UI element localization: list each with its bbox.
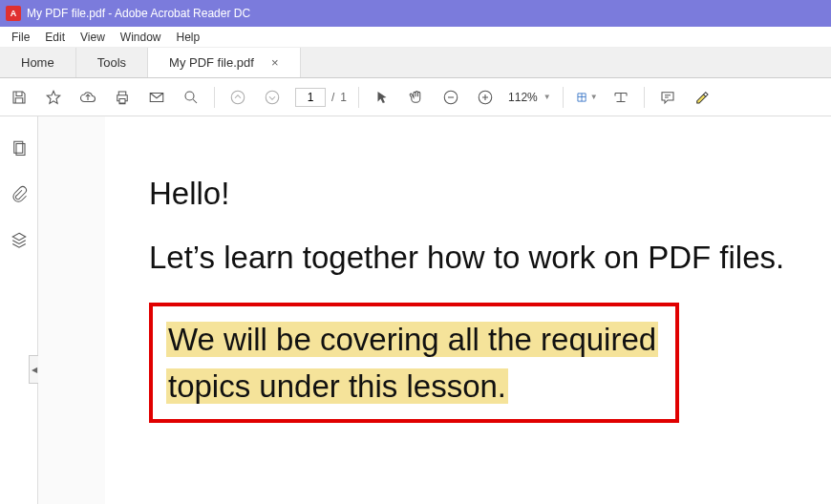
tab-tools-label: Tools [97,55,126,70]
select-tool-icon[interactable] [371,86,394,109]
separator [214,87,215,108]
print-icon[interactable] [111,86,134,109]
tab-document-label: My PDF file.pdf [169,55,254,70]
menu-window[interactable]: Window [113,29,169,46]
comment-icon[interactable] [656,86,679,109]
page-indicator: / 1 [295,88,347,107]
fit-width-icon[interactable]: ▼ [575,86,598,109]
highlight-icon[interactable] [691,86,714,109]
menu-view[interactable]: View [73,29,113,46]
tab-home[interactable]: Home [0,48,76,77]
close-icon[interactable]: × [271,55,279,70]
tab-bar: Home Tools My PDF file.pdf × [0,48,831,78]
separator [358,87,359,108]
page-down-icon[interactable] [261,86,284,109]
highlighted-text: We will be covering all the required [166,322,658,357]
thumbnails-icon[interactable] [11,139,28,160]
tab-tools[interactable]: Tools [76,48,148,77]
separator [563,87,564,108]
page-sep: / [331,91,334,104]
chevron-down-icon: ▼ [590,93,598,101]
title-bar: A My PDF file.pdf - Adobe Acrobat Reader… [0,0,831,27]
search-icon[interactable] [180,86,202,109]
menu-file[interactable]: File [4,29,37,46]
chevron-down-icon: ▼ [543,93,551,101]
page-total: 1 [340,91,347,104]
zoom-in-icon[interactable] [474,86,497,109]
hand-tool-icon[interactable] [405,86,428,109]
zoom-dropdown[interactable]: 112% ▼ [508,91,551,104]
page-up-icon[interactable] [226,86,249,109]
pdf-page: Hello! Let’s learn together how to work … [105,116,831,504]
annotation-box: We will be covering all the required top… [149,303,679,424]
zoom-value: 112% [508,91,538,104]
menu-edit[interactable]: Edit [37,29,73,46]
workspace: ◀ Hello! Let’s learn together how to wor… [0,116,831,504]
layers-icon[interactable] [11,231,28,252]
attachments-icon[interactable] [11,185,28,206]
document-area[interactable]: Hello! Let’s learn together how to work … [38,116,831,504]
svg-point-0 [185,92,194,100]
read-mode-icon[interactable] [609,86,632,109]
separator [644,87,645,108]
text-line-2: Let’s learn together how to work on PDF … [149,238,793,277]
svg-point-2 [266,91,279,104]
text-line-4: topics under this lesson. [166,367,658,406]
app-icon: A [6,6,21,21]
left-panel: ◀ [0,116,38,504]
highlighted-text: topics under this lesson. [166,368,508,404]
text-line-3: We will be covering all the required [166,320,658,359]
svg-point-1 [231,91,245,104]
tab-home-label: Home [21,55,54,70]
save-icon[interactable] [8,86,31,109]
text-line-1: Hello! [149,174,793,213]
tab-document[interactable]: My PDF file.pdf × [148,48,300,77]
zoom-out-icon[interactable] [439,86,462,109]
mail-icon[interactable] [145,86,168,109]
menu-help[interactable]: Help [169,29,208,46]
toolbar: / 1 112% ▼ ▼ [0,78,831,116]
cloud-upload-icon[interactable] [76,86,99,109]
expand-panel-icon[interactable]: ◀ [29,355,38,384]
menu-bar: File Edit View Window Help [0,27,831,48]
page-current-input[interactable] [295,88,326,107]
window-title: My PDF file.pdf - Adobe Acrobat Reader D… [27,7,250,20]
star-icon[interactable] [42,86,65,109]
